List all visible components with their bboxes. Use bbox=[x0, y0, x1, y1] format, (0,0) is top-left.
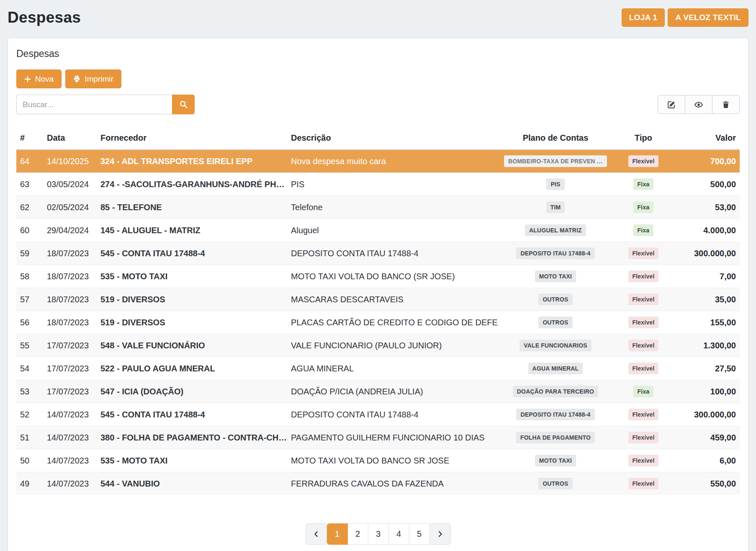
cell-account-plan: PIS bbox=[499, 173, 612, 196]
view-button[interactable] bbox=[685, 95, 712, 114]
cell-amount: 300.000,00 bbox=[674, 403, 740, 426]
account-plan-badge: BOMBEIRO-TAXA DE PREVEN … bbox=[504, 155, 607, 167]
card-body: Nova Imprimir bbox=[8, 63, 748, 551]
cell-date: 03/05/2024 bbox=[43, 173, 97, 196]
table-row[interactable]: 57 18/07/2023 519 - DIVERSOS MASCARAS DE… bbox=[16, 288, 740, 311]
cell-num: 63 bbox=[16, 173, 43, 196]
cell-account-plan: DEPOSITO ITAU 17488-4 bbox=[499, 242, 612, 265]
card-title: Despesas bbox=[8, 38, 748, 63]
new-expense-button[interactable]: Nova bbox=[16, 70, 62, 88]
cell-date: 18/07/2023 bbox=[43, 311, 97, 334]
cell-amount: 100,00 bbox=[674, 380, 740, 403]
cell-account-plan: FOLHA DE PAGAMENTO bbox=[499, 426, 612, 449]
cell-description: FERRADURAS CAVALOS DA FAZENDA bbox=[287, 472, 499, 495]
cell-num: 58 bbox=[16, 265, 43, 288]
cell-type: Flexível bbox=[612, 311, 674, 334]
delete-button[interactable] bbox=[712, 95, 740, 114]
page-header: Despesas LOJA 1 A VELOZ TEXTIL bbox=[0, 0, 756, 38]
cell-account-plan: ALUGUEL MATRIZ bbox=[499, 219, 612, 242]
print-button[interactable]: Imprimir bbox=[65, 70, 121, 88]
pagination-page-4[interactable]: 4 bbox=[388, 523, 409, 545]
cell-type: Flexível bbox=[612, 288, 674, 311]
cell-description: AGUA MINERAL bbox=[287, 357, 499, 380]
pagination-page-5[interactable]: 5 bbox=[409, 523, 430, 545]
table-row[interactable]: 55 17/07/2023 548 - VALE FUNCIONÁRIO VAL… bbox=[16, 334, 740, 357]
pagination-wrap: 12345 bbox=[16, 523, 740, 545]
cell-type: Flexível bbox=[612, 334, 674, 357]
table-row[interactable]: 63 03/05/2024 274 - -SACOLITAS-GARANHUNS… bbox=[16, 173, 740, 196]
cell-type: Flexível bbox=[612, 449, 674, 472]
table-row[interactable]: 62 02/05/2024 85 - TELEFONE Telefone TIM… bbox=[16, 196, 740, 219]
cell-num: 51 bbox=[16, 426, 43, 449]
type-badge: Flexível bbox=[628, 247, 659, 259]
cell-num: 59 bbox=[16, 242, 43, 265]
search-button[interactable] bbox=[172, 95, 195, 114]
type-badge: Fixa bbox=[633, 224, 654, 236]
cell-supplier: 519 - DIVERSOS bbox=[97, 311, 287, 334]
cell-num: 49 bbox=[16, 472, 43, 495]
table-row[interactable]: 60 29/04/2024 145 - ALUGUEL - MATRIZ Alu… bbox=[16, 219, 740, 242]
table-row[interactable]: 56 18/07/2023 519 - DIVERSOS PLACAS CART… bbox=[16, 311, 740, 334]
table-row[interactable]: 49 14/07/2023 544 - VANUBIO FERRADURAS C… bbox=[16, 472, 740, 495]
cell-num: 57 bbox=[16, 288, 43, 311]
cell-date: 18/07/2023 bbox=[43, 288, 97, 311]
cell-num: 54 bbox=[16, 357, 43, 380]
cell-supplier: 535 - MOTO TAXI bbox=[97, 265, 287, 288]
table-row[interactable]: 52 14/07/2023 545 - CONTA ITAU 17488-4 D… bbox=[16, 403, 740, 426]
edit-icon bbox=[668, 100, 676, 108]
row-action-buttons bbox=[658, 95, 740, 114]
column-header-data: Data bbox=[43, 128, 97, 149]
table-row[interactable]: 59 18/07/2023 545 - CONTA ITAU 17488-4 D… bbox=[16, 242, 740, 265]
cell-amount: 7,00 bbox=[674, 265, 740, 288]
cell-account-plan: MOTO TAXI bbox=[499, 265, 612, 288]
cell-date: 02/05/2024 bbox=[43, 196, 97, 219]
toolbar: Nova Imprimir bbox=[16, 70, 740, 88]
cell-account-plan: VALE FUNCIONARIOS bbox=[499, 334, 612, 357]
cell-description: Telefone bbox=[287, 196, 499, 219]
pagination-next[interactable] bbox=[429, 523, 451, 545]
cell-num: 64 bbox=[16, 149, 43, 173]
type-badge: Flexível bbox=[628, 270, 659, 282]
cell-type: Fixa bbox=[612, 219, 674, 242]
search-input[interactable] bbox=[16, 95, 172, 114]
type-badge: Flexível bbox=[628, 363, 659, 374]
account-plan-badge: MOTO TAXI bbox=[535, 455, 576, 466]
account-plan-badge: OUTROS bbox=[538, 317, 572, 328]
cell-date: 14/07/2023 bbox=[43, 472, 97, 495]
plus-icon bbox=[24, 76, 31, 82]
cell-supplier: 274 - -SACOLITAS-GARANHUNS-ANDRÉ PH… bbox=[97, 173, 287, 196]
column-header-num: # bbox=[16, 128, 43, 149]
pagination-page-2[interactable]: 2 bbox=[347, 523, 368, 545]
edit-button[interactable] bbox=[658, 95, 685, 114]
table-row[interactable]: 51 14/07/2023 380 - FOLHA DE PAGAMENTO -… bbox=[16, 426, 740, 449]
cell-amount: 53,00 bbox=[674, 196, 740, 219]
type-badge: Flexível bbox=[628, 478, 659, 489]
account-plan-badge: PIS bbox=[546, 178, 564, 190]
store-button-loja1[interactable]: LOJA 1 bbox=[622, 8, 665, 27]
pagination-page-1[interactable]: 1 bbox=[327, 523, 348, 545]
cell-supplier: 85 - TELEFONE bbox=[97, 196, 287, 219]
cell-date: 17/07/2023 bbox=[43, 334, 97, 357]
pagination-page-3[interactable]: 3 bbox=[368, 523, 389, 545]
store-button-veloz-textil[interactable]: A VELOZ TEXTIL bbox=[668, 8, 748, 27]
cell-amount: 27,50 bbox=[674, 357, 740, 380]
table-row[interactable]: 54 17/07/2023 522 - PAULO AGUA MNERAL AG… bbox=[16, 357, 740, 380]
table-row[interactable]: 50 14/07/2023 535 - MOTO TAXI MOTO TAXI … bbox=[16, 449, 740, 472]
cell-supplier: 522 - PAULO AGUA MNERAL bbox=[97, 357, 287, 380]
cell-amount: 155,00 bbox=[674, 311, 740, 334]
cell-type: Flexível bbox=[612, 472, 674, 495]
search-group bbox=[16, 95, 195, 114]
table-row[interactable]: 64 14/10/2025 324 - ADL TRANSPORTES EIRE… bbox=[16, 149, 740, 173]
cell-type: Flexível bbox=[612, 242, 674, 265]
cell-account-plan: AGUA MINERAL bbox=[499, 357, 612, 380]
cell-amount: 4.000,00 bbox=[674, 219, 740, 242]
pagination-prev[interactable] bbox=[306, 523, 327, 545]
table-row[interactable]: 58 18/07/2023 535 - MOTO TAXI MOTO TAXI … bbox=[16, 265, 740, 288]
cell-date: 14/07/2023 bbox=[43, 403, 97, 426]
account-plan-badge: MOTO TAXI bbox=[535, 270, 576, 282]
trash-icon bbox=[722, 101, 730, 108]
account-plan-badge: DEPOSITO ITAU 17488-4 bbox=[516, 409, 594, 420]
table-row[interactable]: 53 17/07/2023 547 - ICIA (DOAÇÃO) DOAÇÃO… bbox=[16, 380, 740, 403]
cell-type: Flexível bbox=[612, 403, 674, 426]
column-header-valor: Valor bbox=[674, 128, 740, 149]
